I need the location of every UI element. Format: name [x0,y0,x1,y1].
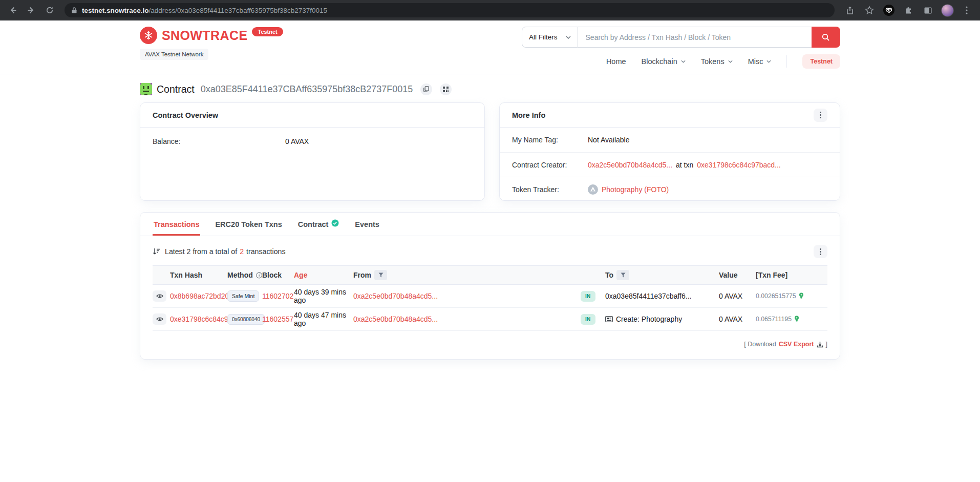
from-address-link[interactable]: 0xa2c5e0bd70b48a4cd5... [353,292,581,300]
tab-erc20-token-txns[interactable]: ERC20 Token Txns [214,213,283,236]
search-filter-select[interactable]: All Filters [522,27,578,48]
block-link[interactable]: 11602702 [262,292,294,300]
name-tag-value: Not Available [588,136,629,144]
col-method-label: Method [227,271,253,279]
transactions-menu-button[interactable] [814,245,827,258]
side-panel-icon [924,6,932,15]
search-button[interactable] [812,27,840,48]
browser-sidepanel-button[interactable] [920,3,936,18]
url-bar[interactable]: testnet.snowtrace.io/address/0xa03e85f44… [65,3,835,17]
copy-icon [423,86,429,92]
snowtrace-logo[interactable]: SNOWTRACE [140,27,247,44]
contract-overview-card: Contract Overview Balance: 0 AVAX [140,102,485,201]
qr-code-button[interactable] [440,83,452,95]
verified-check-icon [331,219,339,227]
nav-testnet-badge[interactable]: Testnet [802,54,840,69]
contract-blockies-avatar [140,83,152,95]
gas-bulb-icon[interactable] [794,316,799,323]
nav-divider [786,55,787,68]
kebab-menu-icon [820,248,821,255]
brand-testnet-badge: Testnet [252,27,283,36]
txn-hash-link[interactable]: 0x8b698ac72bd20b2a64... [170,292,227,300]
download-icon [817,341,823,348]
more-info-card-title: More Info [512,111,545,119]
to-create-label: Create: Photography [616,315,682,323]
owl-icon [883,5,894,16]
tab-transactions[interactable]: Transactions [153,213,200,236]
share-icon [846,6,854,15]
txn-preview-button[interactable] [153,290,166,302]
nav-item-misc[interactable]: Misc [748,57,772,66]
browser-back-button[interactable] [5,3,20,18]
method-badge: Safe Mint [227,290,259,302]
from-address-link[interactable]: 0xa2c5e0bd70b48a4cd5... [353,315,581,323]
summary-count: 2 [240,247,244,256]
tab-contract-label: Contract [298,220,329,228]
chevron-down-icon [728,60,733,63]
eye-icon [156,294,163,299]
direction-badge: IN [581,291,595,302]
col-to-label: To [605,271,613,279]
gas-bulb-icon[interactable] [799,292,804,300]
creator-txn-link[interactable]: 0xe31798c6c84c97bacd... [697,161,780,169]
txn-preview-button[interactable] [153,313,166,325]
method-badge: 0x60806040 [227,314,265,325]
browser-share-button[interactable] [842,3,858,18]
more-info-card: More Info My Name Tag: Not Available Con… [499,102,840,201]
value-cell: 0 AVAX [719,292,756,300]
csv-export-row: [ Download CSV Export ] [153,341,827,348]
browser-toolbar: testnet.snowtrace.io/address/0xa03e85f44… [0,0,980,20]
tab-events[interactable]: Events [354,213,380,236]
table-header-row: Txn Hash Method Block Age From To Value … [153,265,827,285]
funnel-icon [378,273,384,278]
summary-suffix: transactions [246,247,286,256]
profile-avatar [941,4,954,17]
tab-contract[interactable]: Contract [297,213,340,236]
col-from: From [353,270,581,280]
token-tracker-row: Token Tracker: Photography (FOTO) [500,177,840,201]
site-header: SNOWTRACE Testnet AVAX Testnet Network A… [0,20,980,74]
browser-bookmark-button[interactable] [861,3,878,18]
nav-item-home[interactable]: Home [606,57,626,66]
kebab-menu-icon [820,112,821,118]
info-icon[interactable] [256,272,262,279]
nav-item-tokens[interactable]: Tokens [701,57,733,66]
token-tracker-label: Token Tracker: [512,185,588,194]
col-txn-hash: Txn Hash [170,271,227,279]
txn-row: 0x8b698ac72bd20b2a64... Safe Mint 116027… [153,285,827,308]
block-link[interactable]: 11602557 [262,315,294,323]
csv-export-link[interactable]: CSV Export [779,341,814,348]
browser-reload-button[interactable] [42,3,57,18]
brand-name: SNOWTRACE [162,28,247,43]
token-tracker-link[interactable]: Photography (FOTO) [602,185,669,194]
more-info-menu-button[interactable] [814,109,827,122]
contract-icon [605,316,613,322]
name-tag-label: My Name Tag: [512,136,588,144]
search-icon [822,33,830,41]
url-text: testnet.snowtrace.io/address/0xa03e85f44… [82,7,327,14]
search-input[interactable] [578,27,812,48]
to-filter-button[interactable] [616,270,629,280]
browser-forward-button[interactable] [24,3,39,18]
col-method: Method [227,271,262,279]
copy-address-button[interactable] [420,83,432,95]
page-title: Contract [157,83,195,95]
url-path: /address/0xa03e85f4411e37cbaff635975bf38… [149,7,328,14]
kebab-menu-icon [966,6,968,14]
url-host: testnet.snowtrace.io [82,7,149,14]
from-filter-button[interactable] [374,270,387,280]
browser-profile-button[interactable] [939,3,955,18]
star-icon [865,6,874,15]
chevron-down-icon [681,60,686,63]
txn-hash-link[interactable]: 0xe31798c6c84c97bacd... [170,315,227,323]
col-age[interactable]: Age [294,271,353,279]
sort-icon [153,248,160,255]
browser-extension-owl[interactable] [881,3,897,18]
age-value: 40 days 47 mins ago [294,311,353,327]
creator-address-link[interactable]: 0xa2c5e0bd70b48a4cd5... [588,161,672,169]
browser-menu-button[interactable] [958,3,975,18]
to-address: 0xa03e85f4411e37cbaff6... [605,292,719,300]
nav-item-blockchain[interactable]: Blockchain [642,57,686,66]
arrow-left-icon [9,6,17,14]
browser-extensions-button[interactable] [900,3,917,18]
